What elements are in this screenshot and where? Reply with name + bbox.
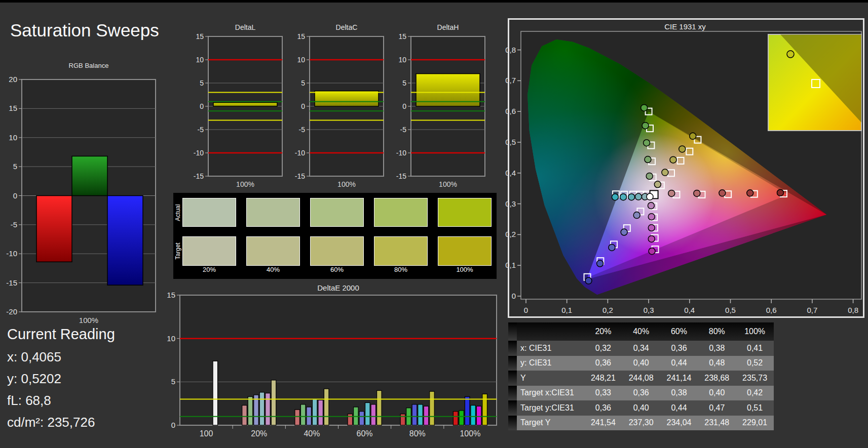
tick-label: 0 xyxy=(512,292,516,300)
table-value-cell: 0,40 xyxy=(698,386,736,401)
delta-e-bar xyxy=(400,414,405,425)
delta-e-bar xyxy=(359,412,364,425)
tick-label: 10 xyxy=(297,56,305,64)
blue-measured-marker xyxy=(633,212,640,219)
swatch-row-label-target: Target xyxy=(173,236,182,266)
delta-e-bar xyxy=(453,412,458,425)
rgb-balance-chart: 20151050-5-10-15-20100% xyxy=(4,76,162,325)
table-value-cell: 0,36 xyxy=(660,341,698,356)
tick-label: 0 xyxy=(200,102,204,110)
green-measured-marker xyxy=(642,123,649,129)
table-header-cell: 100% xyxy=(736,322,774,341)
table-value-cell: 0,40 xyxy=(622,400,660,416)
delta-e-bar xyxy=(271,380,276,425)
x-axis-label: 100% xyxy=(337,180,356,188)
table-row-label: Y xyxy=(517,371,584,386)
tick-label: 0,7 xyxy=(505,76,516,85)
delta-c-chart: 151050-5-10-15100% xyxy=(287,32,388,190)
delta-e-bar xyxy=(482,394,487,425)
delta-e-bar xyxy=(365,402,370,425)
table-value-cell: 0,36 xyxy=(584,356,622,371)
tick-label: 5 xyxy=(200,79,204,87)
tick-label: 5 xyxy=(171,377,175,386)
tick-label: 0 xyxy=(301,102,305,110)
table-header-cell: 20% xyxy=(584,322,622,341)
current-reading-fl: fL: 68,8 xyxy=(7,393,51,409)
tick-label: 10 xyxy=(9,133,17,142)
current-reading-x: x: 0,4065 xyxy=(7,349,61,365)
table-value-cell: 237,30 xyxy=(622,416,660,431)
yellow-measured-marker xyxy=(690,133,696,139)
tick-label: 15 xyxy=(297,32,305,40)
cie-inset-zoom xyxy=(768,34,861,131)
table-gutter-cell xyxy=(508,322,517,341)
deltaC-bar xyxy=(315,91,379,106)
delta-h-title: DeltaH xyxy=(411,23,485,31)
swatch-column-label: 40% xyxy=(246,266,300,273)
red-measured-marker xyxy=(668,190,675,196)
tick-label: -10 xyxy=(194,149,204,157)
tick-label: 0,3 xyxy=(644,306,654,314)
tick-label: 0 xyxy=(13,191,17,200)
group-label: 20% xyxy=(251,429,267,438)
swatch-column-label: 100% xyxy=(438,266,492,273)
tick-label: 5 xyxy=(301,79,305,87)
current-reading-cdm2: cd/m²: 235,726 xyxy=(7,415,95,430)
red-measured-marker xyxy=(694,190,700,196)
current-reading-heading: Current Reading xyxy=(7,326,115,343)
table-value-cell: 0,36 xyxy=(584,400,622,416)
delta-e-bar xyxy=(476,406,481,425)
actual-swatch-60% xyxy=(310,198,364,227)
delta-h-chart: 151050-5-10-15100% xyxy=(388,32,489,190)
magenta-measured-marker xyxy=(648,202,654,209)
blue-measured-marker xyxy=(621,229,627,235)
target-swatch-100% xyxy=(438,236,492,266)
table-header-cell: 40% xyxy=(622,322,660,341)
rgb-bar-blue xyxy=(107,196,143,286)
tick-label: 0,2 xyxy=(505,230,516,238)
delta-e-chart: 15105010020%40%60%80%100% xyxy=(157,289,507,443)
delta-c-title: DeltaC xyxy=(310,23,384,31)
delta-e-bar xyxy=(300,404,306,425)
tick-label: 0,3 xyxy=(505,199,516,208)
table-value-cell: 244,08 xyxy=(622,371,660,386)
table-value-cell: 0,42 xyxy=(736,386,774,401)
tick-label: 0,6 xyxy=(766,306,777,314)
green-measured-marker xyxy=(645,156,651,163)
tick-label: -5 xyxy=(299,126,306,134)
blue-measured-marker xyxy=(585,277,592,284)
tick-label: 0,5 xyxy=(725,306,736,314)
swatch-column-label: 60% xyxy=(310,266,364,273)
table-row: Target Y241,54237,30234,04231,48229,01 xyxy=(508,416,774,431)
actual-swatch-100% xyxy=(438,198,492,227)
table-value-cell: 0,40 xyxy=(622,356,660,371)
tick-label: -10 xyxy=(396,149,406,157)
group-label: 100 xyxy=(200,429,213,438)
delta-e-bar xyxy=(259,392,265,425)
table-row-label: y: CIE31 xyxy=(517,356,584,371)
swatch-column-label: 80% xyxy=(374,266,428,273)
actual-swatch-80% xyxy=(374,198,428,227)
delta-e-bar xyxy=(412,404,417,425)
table-value-cell: 0,36 xyxy=(622,386,660,401)
table-value-cell: 0,44 xyxy=(660,400,698,416)
delta-e-bar xyxy=(213,361,218,425)
tick-label: -15 xyxy=(194,172,204,180)
table-row: Y248,21244,08241,14238,68235,73 xyxy=(508,371,774,386)
table-value-cell: 248,21 xyxy=(584,371,622,386)
green-measured-marker xyxy=(644,140,650,146)
tick-label: -10 xyxy=(295,149,305,157)
delta-e-bar xyxy=(465,396,470,425)
actual-swatch-20% xyxy=(182,198,236,227)
delta-e-bar xyxy=(324,389,329,425)
rgb-bar-green xyxy=(72,156,107,195)
x-axis-label: 100% xyxy=(439,180,457,188)
delta-e-bar xyxy=(318,400,323,425)
blue-measured-marker xyxy=(609,244,615,251)
tick-label: -15 xyxy=(295,172,305,180)
tick-label: -5 xyxy=(11,220,17,229)
cyan-measured-marker xyxy=(635,193,641,200)
table-header-cell: 60% xyxy=(660,322,698,341)
cie-diagram: 00,10,20,30,40,50,60,70,800,10,20,30,40,… xyxy=(509,25,863,314)
table-value-cell: 0,44 xyxy=(660,356,698,371)
